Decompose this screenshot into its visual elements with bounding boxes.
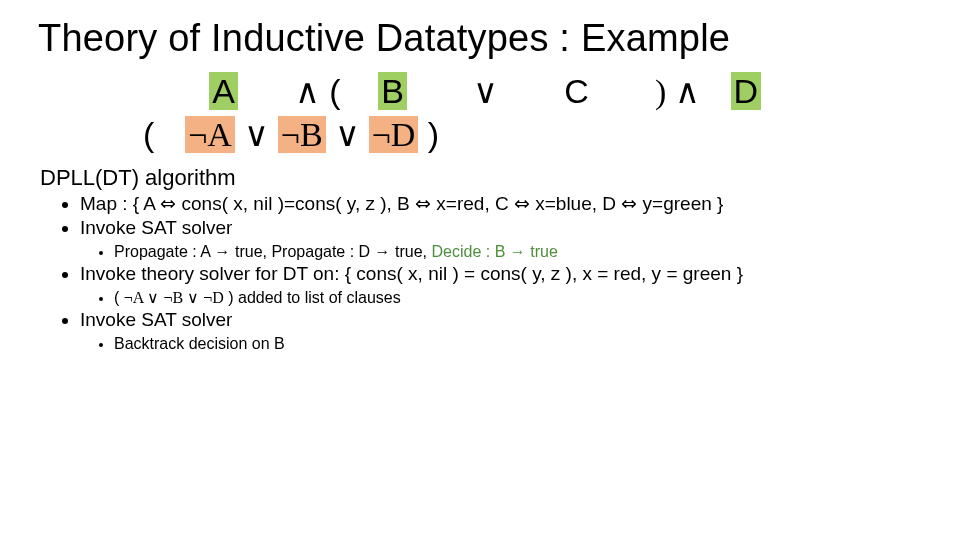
l2-open: ( xyxy=(143,115,154,153)
bullet-clause: ( ¬A ∨ ¬B ∨ ¬D ) added to list of clause… xyxy=(114,287,922,309)
bullet-sat2: Invoke SAT solver Backtrack decision on … xyxy=(80,308,922,354)
term-C: C xyxy=(564,72,589,110)
formula-block: A ∧ ( B ∨ C ) ∧ D ( ¬A ∨ ¬B ∨ ¬D xyxy=(38,70,922,157)
rparen-and: ) ∧ xyxy=(655,73,700,110)
term-notD: ¬D xyxy=(369,116,419,153)
bullet-map: Map : { A ⇔ cons( x, nil )=cons( y, z ),… xyxy=(80,192,922,216)
bullet-backtrack: Backtrack decision on B xyxy=(114,333,922,355)
term-B: B xyxy=(378,72,407,110)
l2-or1: ∨ xyxy=(244,116,278,153)
l2-or2: ∨ xyxy=(335,116,369,153)
decide-text: Decide : B → true xyxy=(432,243,558,260)
bullet-propagate: Propagate : A → true, Propagate : D → tr… xyxy=(114,241,922,263)
bullet-list: Map : { A ⇔ cons( x, nil )=cons( y, z ),… xyxy=(38,192,922,354)
page-title: Theory of Inductive Datatypes : Example xyxy=(38,18,922,60)
op-or: ∨ xyxy=(473,73,498,110)
bullet-sat1: Invoke SAT solver Propagate : A → true, … xyxy=(80,216,922,262)
section-heading: DPLL(DT) algorithm xyxy=(40,165,922,190)
op-and: ∧ xyxy=(295,73,320,110)
slide-content: Theory of Inductive Datatypes : Example … xyxy=(0,0,960,354)
term-notA: ¬A xyxy=(185,116,235,153)
formula-line-1: A ∧ ( B ∨ C ) ∧ D xyxy=(188,70,922,114)
term-notB: ¬B xyxy=(278,116,326,153)
bullet-theory: Invoke theory solver for DT on: { cons( … xyxy=(80,262,922,308)
l2-close: ) xyxy=(428,115,439,153)
term-A: A xyxy=(209,72,238,110)
formula-line-2: ( ¬A ∨ ¬B ∨ ¬D ) xyxy=(143,113,922,157)
lparen: ( xyxy=(329,72,340,110)
term-D: D xyxy=(731,72,762,110)
